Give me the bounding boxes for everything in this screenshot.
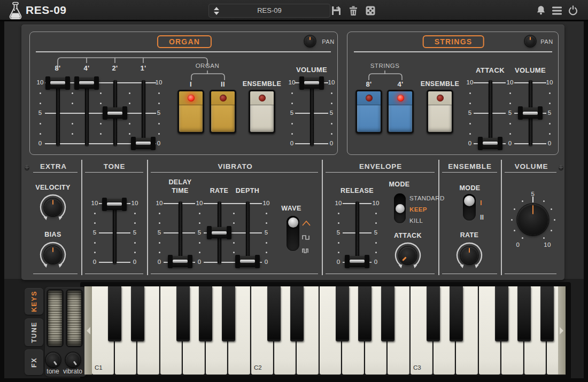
organ-ensemble-button[interactable]: [249, 90, 275, 134]
vibrato-slider-0-grip: [173, 260, 188, 263]
organ-slider-1-track[interactable]: [85, 80, 89, 146]
black-key[interactable]: [199, 286, 212, 341]
wave-option-square-icon[interactable]: [302, 233, 311, 240]
black-key[interactable]: [358, 286, 372, 341]
scale-dot: [509, 103, 511, 104]
black-key[interactable]: [267, 286, 281, 341]
organ-volume-scale-left-num: 10: [284, 79, 300, 85]
scale-dot: [134, 242, 136, 244]
scale-dot: [159, 222, 160, 224]
release-slider-handle[interactable]: [345, 256, 369, 267]
keyboard-scroll-left[interactable]: [84, 286, 92, 375]
mod-wheel[interactable]: [67, 291, 81, 346]
organ-pan-knob[interactable]: [305, 36, 315, 46]
scale-dot: [549, 133, 551, 135]
velocity-knob[interactable]: [44, 199, 61, 216]
dice-icon[interactable]: [365, 5, 376, 17]
app-title: RES-09: [26, 0, 67, 20]
organ-slider-3-track[interactable]: [142, 80, 145, 146]
pitch-wheel[interactable]: [48, 291, 62, 346]
master-volume-knob[interactable]: [517, 204, 548, 235]
organ-slider-0-handle[interactable]: [45, 77, 70, 89]
strings-pan-knob[interactable]: [525, 36, 536, 46]
black-key[interactable]: [108, 286, 121, 341]
bias-knob[interactable]: [44, 246, 61, 263]
tab-keys[interactable]: KEYS: [25, 288, 43, 315]
tone-mini-knob[interactable]: [46, 353, 60, 367]
strings-scale-mid-num: 0: [502, 140, 518, 146]
release-scale-left-num: 0: [330, 259, 346, 265]
ensemble-rate-knob[interactable]: [461, 247, 478, 264]
vibrato-slider-2-handle[interactable]: [235, 256, 260, 267]
strings-slider-0-handle[interactable]: [478, 138, 502, 149]
black-key[interactable]: [222, 286, 235, 341]
strings-ensemble-button[interactable]: [427, 90, 453, 134]
organ-slider-0-track[interactable]: [56, 80, 60, 146]
black-key[interactable]: [131, 286, 144, 341]
organ-voice-button-0[interactable]: [177, 90, 204, 134]
black-key[interactable]: [450, 286, 463, 341]
strings-slider-0-track[interactable]: [489, 80, 492, 146]
black-key[interactable]: [381, 286, 394, 341]
vibrato-mini-knob[interactable]: [66, 353, 80, 367]
organ-ensemble-button-cap: [250, 91, 274, 105]
keyboard[interactable]: C1C2C3: [84, 286, 566, 376]
strings-voice-button-1[interactable]: [387, 90, 414, 134]
octave-label: C3: [413, 364, 421, 371]
strings-voice-label-1: 4': [397, 80, 403, 88]
scale-dot: [94, 222, 96, 224]
black-key[interactable]: [290, 286, 304, 341]
strings-slider-1-handle[interactable]: [518, 107, 543, 119]
organ-voice-button-1[interactable]: [210, 90, 236, 134]
vibrato-slider-0-track[interactable]: [179, 201, 182, 264]
ensemble-mode-switch[interactable]: [463, 194, 476, 221]
vibrato-mini-label: vibrato: [63, 368, 82, 375]
organ-volume-slider-track[interactable]: [310, 80, 314, 146]
organ-scale-left-num: 0: [32, 140, 48, 146]
scale-dot: [233, 222, 235, 224]
strings-pan-label: PAN: [540, 38, 553, 45]
bell-icon[interactable]: [535, 4, 547, 16]
tone-slider-track[interactable]: [113, 201, 117, 264]
release-slider-track[interactable]: [355, 201, 359, 264]
organ-slider-3-handle[interactable]: [131, 138, 156, 149]
black-key[interactable]: [176, 286, 190, 341]
black-key[interactable]: [336, 286, 349, 341]
black-key[interactable]: [517, 286, 531, 341]
wave-option-triangle-icon[interactable]: [302, 220, 311, 227]
tab-fx[interactable]: FX: [25, 349, 43, 375]
power-icon[interactable]: [567, 4, 579, 16]
preset-selector[interactable]: RES-09: [208, 4, 330, 18]
envelope-mode-option-KILL[interactable]: KILL: [409, 217, 423, 224]
volume-knob-mid-label: 5: [531, 191, 535, 197]
ensemble-mode-option-II[interactable]: II: [480, 214, 484, 221]
organ-volume-scale-right-num: 5: [323, 110, 339, 116]
envelope-attack-knob[interactable]: [399, 247, 416, 264]
trash-icon[interactable]: [347, 5, 359, 17]
scale-dot: [469, 133, 471, 135]
strings-voice-button-0[interactable]: [355, 90, 382, 134]
organ-slider-1-handle[interactable]: [74, 77, 99, 89]
black-key[interactable]: [540, 286, 554, 341]
organ-slider-2-handle[interactable]: [103, 107, 127, 119]
wave-switch[interactable]: [287, 216, 299, 251]
tone-slider-handle[interactable]: [102, 199, 127, 210]
organ-pan-label: PAN: [322, 38, 334, 45]
black-key[interactable]: [427, 286, 440, 341]
envelope-mode-option-KEEP[interactable]: KEEP: [409, 206, 427, 213]
organ-volume-slider-handle[interactable]: [299, 77, 324, 89]
tab-tune[interactable]: TUNE: [25, 318, 43, 346]
envelope-mode-switch[interactable]: [394, 193, 406, 223]
vibrato-slider-0-handle[interactable]: [168, 256, 192, 267]
vibrato-slider-2-track[interactable]: [246, 201, 250, 264]
plugin-window: RES-09 RES-09: [0, 0, 588, 382]
menu-icon[interactable]: [551, 5, 563, 17]
keyboard-scroll-right[interactable]: [558, 286, 566, 375]
black-key[interactable]: [495, 286, 508, 341]
vibrato-slider-1-handle[interactable]: [207, 227, 231, 238]
envelope-mode-option-STANDARD[interactable]: STANDARD: [409, 195, 445, 201]
strings-scale-right-num: 5: [541, 110, 558, 116]
wave-option-pulse-icon[interactable]: [302, 246, 311, 254]
save-icon[interactable]: [330, 5, 342, 17]
ensemble-mode-option-I[interactable]: I: [480, 199, 482, 207]
